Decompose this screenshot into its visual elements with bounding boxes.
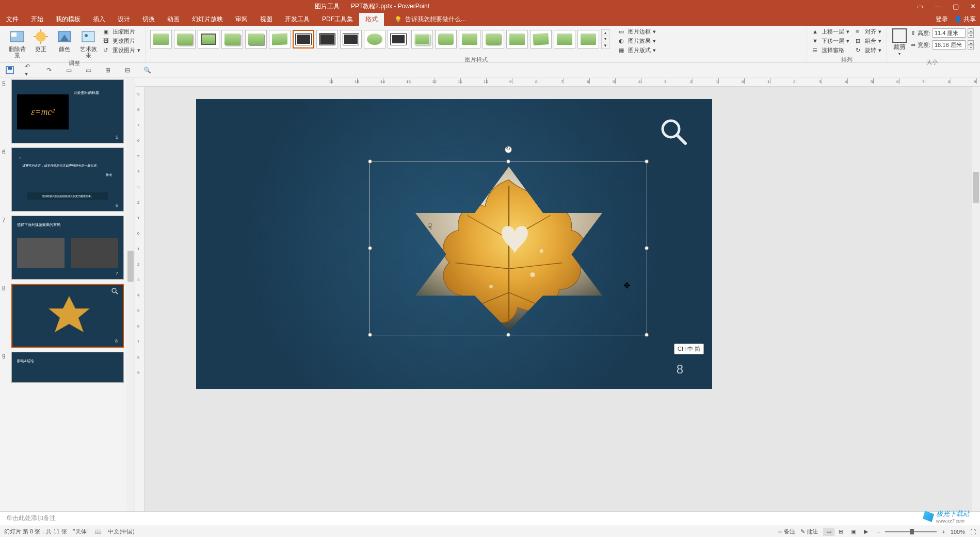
horizontal-ruler[interactable]: 1615141312111098765432101234567891011121…	[135, 77, 980, 87]
zoom-level[interactable]: 100%	[951, 529, 965, 535]
reading-view-button[interactable]: ▣	[848, 528, 859, 536]
style-thumb-18[interactable]	[554, 30, 575, 48]
gallery-more-icon[interactable]: ▼	[602, 42, 609, 48]
compress-picture-button[interactable]: ▣压缩图片	[101, 27, 142, 36]
tab-slideshow[interactable]: 幻灯片放映	[186, 13, 229, 26]
thumbnail-7[interactable]: 7 选择下面列规范效果的布局 7	[2, 216, 135, 280]
corrections-button[interactable]: 更正	[30, 27, 52, 52]
notes-toggle[interactable]: ≐ 备注	[778, 528, 795, 535]
resize-handle-s[interactable]	[506, 333, 510, 337]
resize-handle-ne[interactable]	[645, 159, 649, 164]
align-button[interactable]: ≡对齐 ▾	[854, 27, 883, 36]
vertical-ruler[interactable]: 9876543210123456789	[135, 87, 144, 511]
picture-effects-button[interactable]: ◐图片效果 ▾	[617, 37, 658, 45]
thumbnail-9[interactable]: 9 影响&结论	[2, 352, 135, 383]
tab-insert[interactable]: 插入	[87, 13, 111, 26]
ime-indicator[interactable]: CH 中 简	[674, 344, 704, 354]
tab-home[interactable]: 开始	[25, 13, 50, 26]
close-button[interactable]: ✕	[970, 3, 976, 10]
resize-handle-w[interactable]	[368, 246, 372, 250]
thumbnail-8[interactable]: 8 8	[2, 284, 135, 348]
maximize-button[interactable]: ▢	[953, 3, 959, 10]
height-up[interactable]: ▴	[968, 28, 974, 33]
undo-button[interactable]: ↶ ▾	[25, 66, 34, 75]
zoom-out-button[interactable]: −	[877, 529, 880, 535]
redo-button[interactable]: ↷	[44, 66, 54, 75]
resize-handle-nw[interactable]	[368, 159, 372, 164]
rotation-handle[interactable]	[505, 146, 512, 153]
fit-window-button[interactable]: ⛶	[970, 529, 976, 535]
gallery-down-icon[interactable]: ▾	[602, 36, 609, 42]
style-thumb-14[interactable]	[459, 30, 480, 48]
style-thumb-11[interactable]	[388, 30, 409, 48]
tab-my-templates[interactable]: 我的模板	[50, 13, 87, 26]
thumbnail-scrollbar[interactable]	[126, 77, 135, 511]
style-thumb-9[interactable]	[340, 30, 362, 48]
qat-btn-8[interactable]: 🔍	[142, 66, 152, 75]
group-button[interactable]: ⊞组合 ▾	[854, 37, 883, 45]
language-indicator[interactable]: 中文(中国)	[108, 528, 134, 535]
style-thumb-5[interactable]	[245, 30, 267, 48]
height-input[interactable]: 11.4 厘米	[933, 28, 966, 38]
tab-transitions[interactable]: 切换	[136, 13, 161, 26]
qat-btn-5[interactable]: ▭	[84, 66, 93, 75]
send-backward-button[interactable]: ▼下移一层 ▾	[810, 37, 852, 45]
qat-btn-6[interactable]: ⊞	[103, 66, 113, 75]
bring-forward-button[interactable]: ▲上移一层 ▾	[810, 27, 852, 36]
sorter-view-button[interactable]: ⊞	[836, 528, 847, 536]
picture-layout-button[interactable]: ▦图片版式 ▾	[617, 46, 658, 55]
change-picture-button[interactable]: 🖼更改图片	[101, 37, 142, 45]
tab-review[interactable]: 审阅	[229, 13, 254, 26]
normal-view-button[interactable]: ▭	[823, 528, 834, 536]
zoom-slider[interactable]	[885, 531, 937, 532]
zoom-in-button[interactable]: +	[942, 529, 945, 535]
minimize-button[interactable]: —	[935, 3, 941, 10]
slide-canvas[interactable]: 8 ☟ ✥ CH 中 简	[144, 87, 980, 511]
selection-pane-button[interactable]: ☰选择窗格	[810, 46, 852, 55]
artistic-effects-button[interactable]: 艺术效果	[77, 27, 99, 58]
slide-surface[interactable]: 8 ☟ ✥ CH 中 简	[196, 99, 712, 389]
remove-background-button[interactable]: 删除背景	[6, 27, 28, 58]
style-thumb-19[interactable]	[577, 30, 599, 48]
star-cropped-picture[interactable]	[396, 167, 622, 331]
resize-handle-sw[interactable]	[368, 333, 372, 337]
style-thumb-10[interactable]	[364, 30, 385, 48]
qat-btn-4[interactable]: ▭	[64, 66, 73, 75]
style-thumb-15[interactable]	[483, 30, 504, 48]
style-thumb-16[interactable]	[506, 30, 528, 48]
tab-design[interactable]: 设计	[111, 13, 136, 26]
gallery-up-icon[interactable]: ▴	[602, 30, 609, 36]
save-button[interactable]	[5, 66, 14, 75]
reset-picture-button[interactable]: ↺重设图片 ▾	[101, 46, 142, 55]
thumbnail-6[interactable]: 6 “ 该事件的名言，或支持你的论文或声明语句的一般引述。 作者 无间转换式的起…	[2, 148, 135, 211]
style-thumb-6[interactable]	[269, 30, 291, 48]
resize-handle-e[interactable]	[645, 246, 649, 250]
share-button[interactable]: 👤 共享	[954, 15, 976, 24]
login-link[interactable]: 登录	[936, 15, 948, 24]
style-thumb-4[interactable]	[221, 30, 243, 48]
picture-selection-box[interactable]	[369, 161, 647, 335]
tab-developer[interactable]: 开发工具	[279, 13, 316, 26]
thumbnail-5[interactable]: 5 ε=mc² 此处图片的标题 5	[2, 79, 135, 143]
tab-format[interactable]: 格式	[359, 13, 384, 26]
style-thumb-2[interactable]	[174, 30, 196, 48]
tab-animations[interactable]: 动画	[161, 13, 186, 26]
tab-file[interactable]: 文件	[0, 13, 25, 26]
resize-handle-se[interactable]	[645, 333, 649, 337]
spellcheck-icon[interactable]: 📖	[94, 528, 102, 535]
picture-border-button[interactable]: ▭图片边框 ▾	[617, 27, 658, 36]
tab-view[interactable]: 视图	[254, 13, 279, 26]
style-thumb-1[interactable]	[150, 30, 172, 48]
canvas-scrollbar[interactable]	[972, 87, 980, 511]
crop-button[interactable]: 裁剪 ▾	[890, 27, 909, 57]
width-input[interactable]: 18.18 厘米	[933, 40, 966, 50]
slide-counter[interactable]: 幻灯片 第 8 张，共 11 张	[4, 528, 67, 535]
notes-pane[interactable]: 单击此处添加备注	[0, 511, 980, 526]
width-down[interactable]: ▾	[968, 45, 974, 50]
qat-btn-7[interactable]: ⊟	[123, 66, 132, 75]
height-down[interactable]: ▾	[968, 33, 974, 38]
color-button[interactable]: 颜色	[54, 27, 75, 52]
ribbon-display-options-icon[interactable]: ▭	[917, 3, 923, 10]
tell-me-search[interactable]: 💡 告诉我您想要做什么...	[394, 15, 466, 24]
style-thumb-8[interactable]	[316, 30, 338, 48]
